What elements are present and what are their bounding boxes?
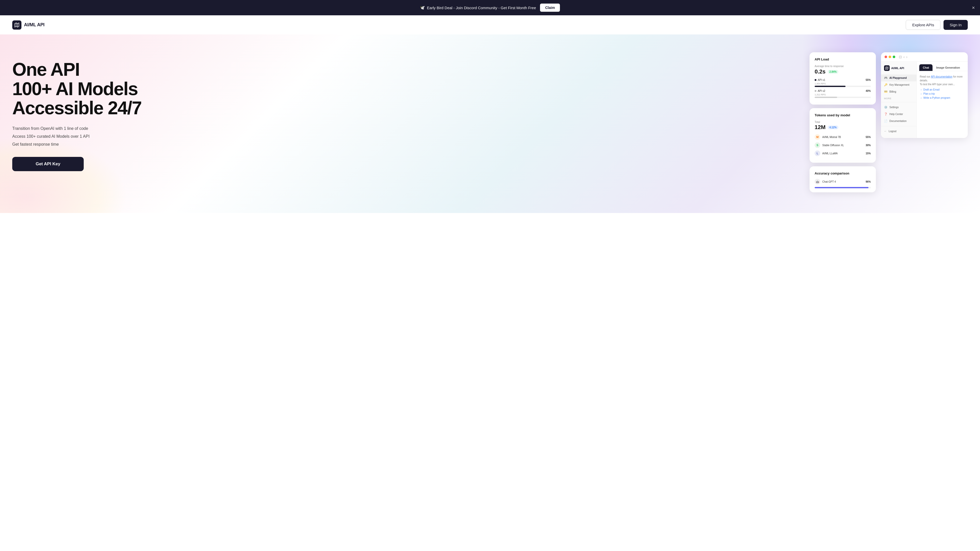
acc-icon-gpt4: 🤖 [815,179,820,184]
banner-message: Early Bird Deal - Join Discord Community… [427,6,536,10]
tokens-total-label: Total [815,121,871,124]
model-row-sd: S Stable Diffusion XL 30% [815,142,871,148]
api-v2-dot [815,90,816,92]
api-v2-rps: 1,312 RPS [815,94,871,96]
api-v1-progress-fill [815,86,845,87]
banner-icon: 🕊️ [420,5,425,10]
accuracy-row-gpt4: 🤖 Chat-GPT 4 96% [815,179,871,184]
api-v2-pct: 40% [865,89,871,92]
navbar: AI/ML API Explore APIs Sign In [0,15,980,35]
help-center-icon: ❓ [884,113,888,116]
sidebar-item-documentation[interactable]: 📄 Documentation [881,118,916,124]
api-metric-label: Average time to response [815,65,871,68]
billing-label: Billing [889,90,896,93]
sidebar-divider [881,102,916,102]
sidebar-item-logout[interactable]: ← Logout [881,128,916,135]
api-load-card: API Load Average time to response 0.2s 2… [810,52,876,105]
sidebar-nav: AI/ML API 🎮 AI Playground 🔑 Key Manageme… [881,62,917,138]
api-doc-link[interactable]: API documentation [931,75,953,78]
titlebar-dot-red [885,56,887,58]
sidebar-item-settings[interactable]: ⚙️ Settings [881,104,916,111]
tokens-title: Tokens used by model [815,113,871,117]
model-icon-llama: L [815,151,820,156]
hero-sub1: Transition from OpenAI with 1 line of co… [12,125,142,132]
hero-sub3: Get fastest response time [12,141,142,148]
acc-pct-gpt4: 96% [865,180,871,183]
settings-label: Settings [889,106,899,109]
accuracy-card: Accuracy comparison 🤖 Chat-GPT 4 96% [810,166,876,192]
tokens-card: Tokens used by model Total 12M 4.12% M A… [810,108,876,163]
logo-text: AI/ML API [24,22,45,27]
sidebar-logo-icon [884,65,890,71]
tab-image-generation[interactable]: Image Generation [932,64,963,71]
sidebar-logo-text: AI/ML API [891,67,904,70]
model-row-mistral: M AI/ML Mistral 7B 55% [815,134,871,140]
api-v2-label: API v2 [818,89,825,92]
key-management-label: Key Management [889,83,909,86]
chat-body: Read our API documentation for more deta… [917,71,968,138]
hero-heading-line2: 100+ AI Models [12,79,138,99]
accuracy-title: Accuracy comparison [815,171,871,175]
hero-subtitle: Transition from OpenAI with 1 line of co… [12,125,142,148]
help-center-label: Help Center [889,113,903,116]
hero-right: API Load Average time to response 0.2s 2… [142,52,968,192]
chat-tabs: Chat Image Generation [917,62,968,71]
sidebar-item-ai-playground[interactable]: 🎮 AI Playground [881,75,916,81]
get-api-key-button[interactable]: Get API Key [12,157,84,171]
hero-heading-line1: One API [12,59,80,79]
api-v1-dot [815,79,816,81]
api-v2-progress-bg [815,97,871,98]
cards-column: API Load Average time to response 0.2s 2… [810,52,876,192]
model-name-llama: AI/ML LLaMA [822,152,864,155]
acc-name-gpt4: Chat-GPT 4 [822,180,864,183]
api-v2-progress-fill [815,97,837,98]
hero-heading-line3: Accessible 24/7 [12,98,142,118]
api-metric-value: 0.2s 2.84% [815,68,871,75]
model-pct-llama: 15% [865,152,871,155]
model-row-llama: L AI/ML LLaMA 15% [815,151,871,156]
titlebar-icons: ⊡ ‹ › [899,55,907,59]
chat-doc-text: Read our API documentation for more deta… [920,75,965,86]
accuracy-progress-bg [815,187,871,188]
billing-icon: 💳 [884,90,888,94]
sidebar-item-key-management[interactable]: 🔑 Key Management [881,81,916,88]
banner-close-button[interactable]: × [972,5,975,11]
logout-label: Logout [889,130,897,133]
api-metric-badge: 2.84% [828,70,838,74]
titlebar-icon-back: ‹ [904,55,905,59]
chat-panel: Chat Image Generation Read our API docum… [917,62,968,138]
api-load-title: API Load [815,57,871,61]
model-name-mistral: AI/ML Mistral 7B [822,136,864,138]
chat-link-draft-email[interactable]: Draft an Email [920,88,965,91]
model-name-sd: Stable Diffusion XL [822,144,864,147]
hero-sub2: Access 100+ curated AI Models over 1 API [12,133,142,140]
explore-apis-button[interactable]: Explore APIs [906,20,940,30]
sidebar-item-billing[interactable]: 💳 Billing [881,88,916,95]
api-v1-label: API v1 [818,79,825,81]
banner-text: 🕊️ Early Bird Deal - Join Discord Commun… [420,5,536,10]
model-pct-sd: 30% [865,144,871,147]
model-icon-mistral: M [815,134,820,140]
api-v1-rps: 1,954 RPS [815,83,871,85]
titlebar-icon-window: ⊡ [899,55,902,59]
chat-link-python-program[interactable]: Write a Python program [920,97,965,99]
logout-icon: ← [884,130,887,133]
chat-link-plan-trip[interactable]: Plan a trip [920,92,965,95]
hero-section: One API 100+ AI Models Accessible 24/7 T… [0,35,980,213]
api-v1-pct: 55% [865,79,871,81]
sidebar-logo-row: AI/ML API [881,65,916,75]
ai-playground-label: AI Playground [889,76,907,79]
claim-button[interactable]: Claim [540,3,560,12]
api-v1-progress-bg [815,86,871,87]
titlebar-dot-green [893,56,895,58]
hero-heading: One API 100+ AI Models Accessible 24/7 [12,60,142,118]
sidebar-mockup-inner: AI/ML API 🎮 AI Playground 🔑 Key Manageme… [881,62,968,138]
documentation-label: Documentation [889,120,907,122]
tab-chat[interactable]: Chat [919,64,932,71]
sidebar-item-help-center[interactable]: ❓ Help Center [881,111,916,118]
logo-area: AI/ML API [12,21,45,30]
key-management-icon: 🔑 [884,83,888,86]
sidebar-mockup: ⊡ ‹ › [881,52,968,138]
ai-playground-icon: 🎮 [884,76,888,79]
sign-in-button[interactable]: Sign In [943,20,968,30]
